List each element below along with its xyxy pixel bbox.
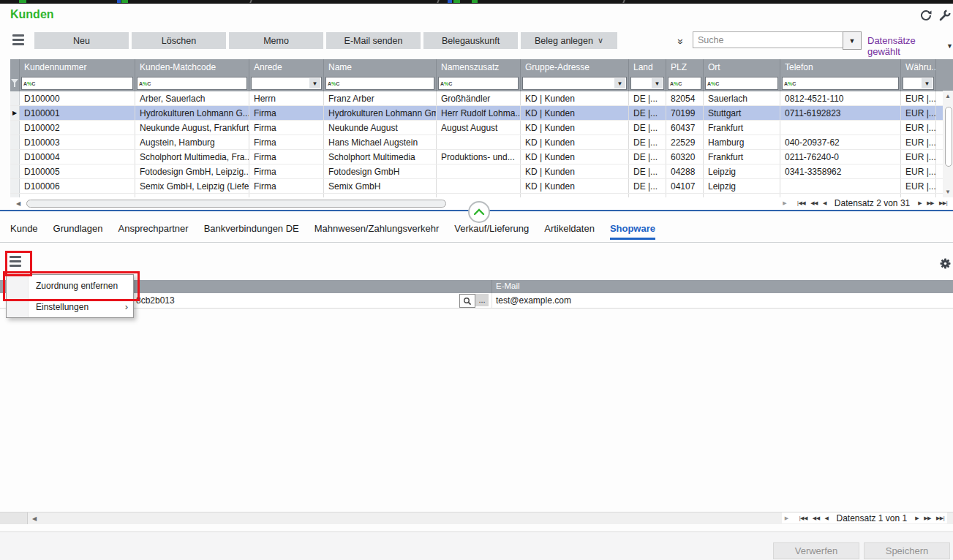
- row-selector[interactable]: [10, 164, 20, 178]
- row-selector[interactable]: [10, 135, 20, 149]
- table-row[interactable]: ▶D100001Hydrokulturen Lohmann G...FirmaH…: [10, 106, 953, 121]
- collapse-panel-button[interactable]: [468, 201, 490, 223]
- filter-select-anrede[interactable]: ▼: [251, 77, 322, 90]
- filter-cell-name[interactable]: A%C: [324, 75, 437, 91]
- filter-cell-plz[interactable]: A%C: [666, 75, 704, 91]
- scroll-right-icon[interactable]: ▶: [783, 200, 786, 206]
- filter-cell-namenszusatz[interactable]: A%C: [437, 75, 521, 91]
- column-header-gruppe-adresse[interactable]: Gruppe-Adresse: [521, 59, 629, 75]
- scrollbar-thumb[interactable]: [26, 200, 446, 208]
- table-row[interactable]: D100002Neukunde August, FrankfurtFirmaNe…: [10, 121, 953, 135]
- save-button[interactable]: Speichern: [864, 542, 950, 559]
- toolbar-button-memo[interactable]: Memo: [229, 32, 323, 49]
- filter-select-wahru[interactable]: ▼: [903, 77, 934, 90]
- column-header-kundennummer[interactable]: Kundennummer: [20, 59, 135, 75]
- toolbar-button-loschen[interactable]: Löschen: [132, 32, 226, 49]
- tab-grundlagen[interactable]: Grundlagen: [53, 223, 103, 240]
- records-selected-dropdown[interactable]: Datensätze gewählt ▼: [867, 35, 953, 57]
- filter-cell-telefon[interactable]: A%C: [780, 75, 901, 91]
- scroll-up-icon[interactable]: ▲: [945, 93, 951, 99]
- scroll-right-icon[interactable]: ▶: [785, 515, 788, 521]
- table-row[interactable]: D100006Semix GmbH, Leipzig (Liefe...Firm…: [10, 179, 953, 194]
- toolbar-button-beleg-anlegen[interactable]: Beleg anlegen∨: [521, 32, 617, 49]
- last-record-icon[interactable]: ▶▶|: [939, 200, 947, 206]
- column-header-namenszusatz[interactable]: Namenszusatz: [437, 59, 521, 75]
- column-header-email[interactable]: E-Mail: [496, 281, 520, 290]
- row-selector[interactable]: [10, 91, 20, 105]
- filter-cell-kundennummer[interactable]: A%C: [20, 75, 135, 91]
- next-record-icon[interactable]: ▶: [915, 515, 919, 521]
- column-header-plz[interactable]: PLZ: [666, 59, 704, 75]
- more-options-chevron-icon[interactable]: »: [675, 39, 687, 45]
- table-row[interactable]: D100005Fotodesign GmbH, Leipzig...FirmaF…: [10, 164, 953, 179]
- search-input[interactable]: [693, 31, 848, 48]
- wrench-icon[interactable]: [938, 9, 952, 22]
- scroll-left-icon[interactable]: ◀: [32, 515, 37, 522]
- refresh-icon[interactable]: [919, 9, 933, 22]
- fast-next-record-icon[interactable]: ▶▶: [924, 515, 931, 521]
- fast-prev-record-icon[interactable]: ◀◀: [813, 515, 820, 521]
- filter-cell-wahru[interactable]: ▼: [901, 75, 936, 91]
- last-record-icon[interactable]: ▶▶|: [936, 515, 944, 521]
- search-filter-dropdown[interactable]: ▼: [843, 31, 862, 50]
- filter-cell-gruppe-adresse[interactable]: ▼: [521, 75, 629, 91]
- toolbar-hamburger-icon[interactable]: [12, 34, 24, 45]
- cell-kundennummer: D100006: [20, 179, 135, 193]
- fast-prev-record-icon[interactable]: ◀◀: [810, 200, 818, 206]
- filter-input-ort[interactable]: A%C: [705, 77, 778, 90]
- scroll-left-icon[interactable]: ◀: [16, 200, 20, 207]
- column-header-anrede[interactable]: Anrede: [249, 59, 324, 75]
- prev-record-icon[interactable]: ◀: [823, 200, 826, 206]
- column-header-name[interactable]: Name: [324, 59, 437, 75]
- column-header-land[interactable]: Land: [629, 59, 666, 75]
- filter-input-namenszusatz[interactable]: A%C: [438, 77, 519, 90]
- table-row[interactable]: D100004Scholphort Multimedia, Fra...Firm…: [10, 150, 953, 164]
- gear-icon[interactable]: [940, 258, 951, 269]
- first-record-icon[interactable]: |◀◀: [797, 200, 805, 206]
- lookup-button[interactable]: [459, 294, 475, 308]
- filter-cell-anrede[interactable]: ▼: [249, 75, 324, 91]
- column-header-wahru[interactable]: Währu...: [901, 59, 936, 75]
- scrollbar-thumb[interactable]: [945, 107, 952, 167]
- scroll-down-icon[interactable]: ▼: [945, 189, 951, 195]
- prev-record-icon[interactable]: ◀: [825, 515, 829, 521]
- filter-input-telefon[interactable]: A%C: [782, 77, 899, 90]
- first-record-icon[interactable]: |◀◀: [799, 515, 807, 521]
- filter-cell-land[interactable]: ▼: [629, 75, 666, 91]
- filter-input-kunden-matchcode[interactable]: A%C: [137, 77, 247, 90]
- filter-select-gruppe-adresse[interactable]: ▼: [522, 77, 627, 90]
- toolbar-button-belegauskunft[interactable]: Belegauskunft: [423, 32, 518, 49]
- detail-table-row[interactable]: 8cb2b013 ... test@example.com: [0, 293, 953, 309]
- cell-gruppe-adresse: KD | Kunden: [521, 91, 629, 105]
- tab-mahnwesen-zahlungsverkehr[interactable]: Mahnwesen/Zahlungsverkehr: [314, 223, 440, 240]
- tab-shopware[interactable]: Shopware: [610, 223, 655, 240]
- row-selector[interactable]: [10, 179, 20, 193]
- row-selector[interactable]: ▶: [10, 106, 20, 120]
- tab-artikeldaten[interactable]: Artikeldaten: [544, 223, 595, 240]
- tab-bankverbindungen-de[interactable]: Bankverbindungen DE: [204, 223, 299, 240]
- fast-next-record-icon[interactable]: ▶▶: [927, 200, 934, 206]
- filter-cell-kunden-matchcode[interactable]: A%C: [135, 75, 249, 91]
- discard-button[interactable]: Verwerfen: [773, 542, 859, 559]
- filter-select-land[interactable]: ▼: [630, 77, 664, 90]
- vertical-scrollbar[interactable]: ▲ ▼: [943, 91, 953, 197]
- column-header-kunden-matchcode[interactable]: Kunden-Matchcode: [135, 59, 249, 75]
- filter-input-name[interactable]: A%C: [325, 77, 434, 90]
- toolbar-button-neu[interactable]: Neu: [34, 32, 129, 49]
- column-header-ort[interactable]: Ort: [704, 59, 780, 75]
- cell-land: DE |...: [629, 106, 666, 120]
- tab-kunde[interactable]: Kunde: [10, 223, 38, 240]
- table-row[interactable]: D100003Augstein, HamburgFirmaHans Michae…: [10, 135, 953, 150]
- row-selector[interactable]: [10, 150, 20, 164]
- toolbar-button-e-mail-senden[interactable]: E-Mail senden: [326, 32, 421, 49]
- tab-verkauf-lieferung[interactable]: Verkauf/Lieferung: [454, 223, 529, 240]
- filter-cell-ort[interactable]: A%C: [704, 75, 780, 91]
- table-row[interactable]: D100000Arber, SauerlachHerrnFranz ArberG…: [10, 91, 953, 106]
- next-record-icon[interactable]: ▶: [918, 200, 922, 206]
- filter-input-plz[interactable]: A%C: [668, 77, 701, 90]
- ellipsis-button[interactable]: ...: [475, 294, 489, 306]
- tab-ansprechpartner[interactable]: Ansprechpartner: [118, 223, 189, 240]
- row-selector[interactable]: [10, 121, 20, 135]
- column-header-telefon[interactable]: Telefon: [780, 59, 901, 75]
- filter-input-kundennummer[interactable]: A%C: [21, 77, 133, 90]
